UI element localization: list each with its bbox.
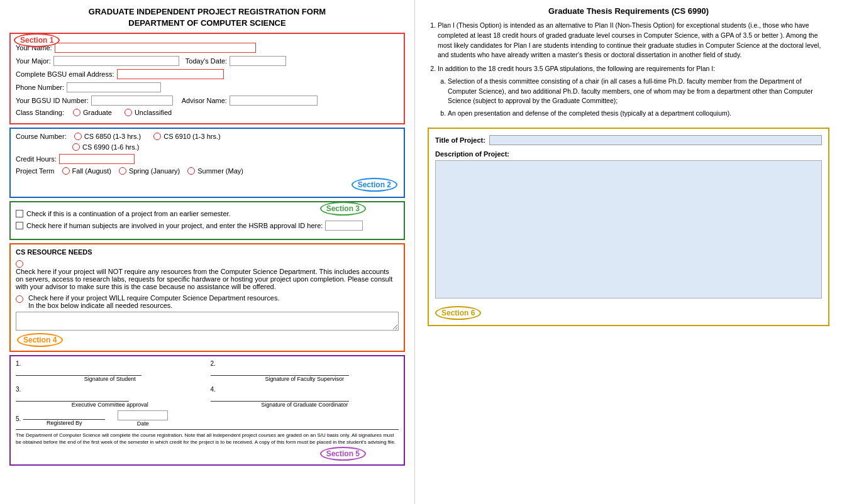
advisor-input[interactable] <box>230 96 318 106</box>
project-term-row: Project Term Fall (August) Spring (Janua… <box>16 167 399 175</box>
title-line1: GRADUATE INDEPENDENT PROJECT REGISTRATIO… <box>9 6 405 18</box>
req-item2a: Selection of a thesis committee consisti… <box>448 77 829 106</box>
sig2-cell: 2. Signature of Faculty Supervisor <box>211 360 399 382</box>
todays-date-label: Today's Date: <box>186 57 227 65</box>
credit-hours-input[interactable] <box>59 154 135 164</box>
section1-box: Section 1 Your Name: Your Major: Today's… <box>9 33 405 124</box>
resources-yes-row: Check here if your project WILL require … <box>16 294 399 309</box>
fall-radio[interactable] <box>62 167 70 175</box>
yes-resources-radio[interactable] <box>16 295 23 303</box>
req-item2: In addition to the 18 credit hours 3.5 G… <box>438 64 829 119</box>
check2-label: Check here if human subjects are involve… <box>26 222 323 229</box>
sig3-number: 3. <box>16 386 204 393</box>
requirements-list: Plan I (Thesis Option) is intended as an… <box>428 21 829 119</box>
summer-label: Summer (May) <box>197 167 243 175</box>
title-line2: DEPARTMENT OF COMPUTER SCIENCE <box>9 18 405 29</box>
phone-row: Phone Number: <box>16 82 399 92</box>
sig3-label: Executive Committee approval <box>16 402 204 408</box>
class-standing-row: Class Standing: Graduate Unclassified <box>16 109 399 116</box>
section4-label: Section 4 <box>17 333 63 347</box>
summer-radio[interactable] <box>187 167 195 175</box>
hsrb-input[interactable] <box>325 221 363 231</box>
section5-label: Section 5 <box>320 447 366 461</box>
no-resources-radio[interactable] <box>16 260 23 268</box>
phone-input[interactable] <box>67 82 161 92</box>
email-input[interactable] <box>117 69 224 79</box>
sig4-line <box>211 393 349 402</box>
graduate-radio[interactable] <box>73 109 80 116</box>
email-label: Complete BGSU email Address: <box>16 70 114 78</box>
req-sub-list: Selection of a thesis committee consisti… <box>438 77 829 119</box>
section2-label: Section 2 <box>352 178 397 192</box>
unclassified-radio[interactable] <box>125 109 132 116</box>
section2-box: Course Number: CS 6850 (1-3 hrs.) CS 691… <box>9 128 405 198</box>
signatures-grid: 1. Signature of Student 2. Signature of … <box>16 360 399 408</box>
right-panel: Graduate Thesis Requirements (CS 6990) P… <box>415 0 842 504</box>
spring-radio[interactable] <box>119 167 126 175</box>
course-number-label: Course Number: <box>16 133 67 140</box>
form-title: GRADUATE INDEPENDENT PROJECT REGISTRATIO… <box>9 6 405 29</box>
resources-no-row: Check here if your project will NOT requ… <box>16 259 399 290</box>
your-name-row: Your Name: <box>16 43 399 53</box>
cs6910-label: CS 6910 (1-3 hrs.) <box>163 133 220 140</box>
check1-label: Check if this is a continuation of a pro… <box>26 210 231 217</box>
graduate-label: Graduate <box>83 109 112 116</box>
your-major-label: Your Major: <box>16 57 51 65</box>
sig3-line <box>16 393 129 402</box>
cs6850-label: CS 6850 (1-3 hrs.) <box>84 133 141 140</box>
cs6990-row: CS 6990 (1-6 hrs.) <box>72 143 399 151</box>
check1-checkbox[interactable] <box>16 210 23 217</box>
sig2-line <box>211 368 349 376</box>
project-term-label: Project Term <box>16 167 55 175</box>
sig4-number: 4. <box>211 386 399 393</box>
cs6990-radio[interactable] <box>72 143 80 151</box>
todays-date-input[interactable] <box>230 56 286 66</box>
your-major-input[interactable] <box>53 56 179 66</box>
date-input[interactable] <box>118 410 168 420</box>
class-standing-label: Class Standing: <box>16 109 64 116</box>
check2-checkbox[interactable] <box>16 222 23 229</box>
section6-box: Title of Project: Description of Project… <box>428 128 829 326</box>
req-item2b: An open presentation and defense of the … <box>448 109 829 119</box>
id-advisor-row: Your BGSU ID Number: Advisor Name: <box>16 96 399 106</box>
sig4-cell: 4. Signature of Graduate Coordinator <box>211 386 399 408</box>
course-number-row: Course Number: CS 6850 (1-3 hrs.) CS 691… <box>16 133 399 140</box>
your-name-input[interactable] <box>55 43 256 53</box>
bgsu-id-input[interactable] <box>91 96 173 106</box>
section5-box: 1. Signature of Student 2. Signature of … <box>9 355 405 466</box>
no-resources-label: Check here if your project will NOT requ… <box>16 268 399 290</box>
section4-box: CS RESOURCE NEEDS Check here if your pro… <box>9 243 405 352</box>
disclaimer-text: The Department of Computer Science will … <box>16 432 399 446</box>
credit-hours-label: Credit Hours: <box>16 155 57 163</box>
check2-row: Check here if human subjects are involve… <box>16 221 399 231</box>
right-title: Graduate Thesis Requirements (CS 6990) <box>428 6 829 16</box>
email-row: Complete BGSU email Address: <box>16 69 399 79</box>
sig1-cell: 1. Signature of Student <box>16 360 204 382</box>
spring-label: Spring (January) <box>129 167 180 175</box>
description-row: Description of Project: <box>435 150 822 300</box>
section3-box: Section 3 Check if this is a continuatio… <box>9 201 405 240</box>
bgsu-id-label: Your BGSU ID Number: <box>16 97 89 104</box>
unclassified-label: Unclassified <box>135 109 172 116</box>
description-textarea[interactable] <box>435 160 822 299</box>
left-panel: GRADUATE INDEPENDENT PROJECT REGISTRATIO… <box>0 0 415 504</box>
sig1-number: 1. <box>16 360 204 367</box>
sig2-number: 2. <box>211 360 399 367</box>
req-item1: Plan I (Thesis Option) is intended as an… <box>438 21 829 60</box>
sig5-label: Registered By <box>23 420 105 426</box>
title-of-project-input[interactable] <box>489 135 822 145</box>
sig4-label: Signature of Graduate Coordinator <box>211 402 399 408</box>
sig2-label: Signature of Faculty Supervisor <box>211 376 399 382</box>
phone-label: Phone Number: <box>16 84 64 91</box>
sig5-number: 5. <box>16 415 21 422</box>
resources-textarea[interactable] <box>16 312 399 331</box>
title-of-project-row: Title of Project: <box>435 135 822 145</box>
advisor-label: Advisor Name: <box>182 97 227 104</box>
date-label: Date <box>118 420 168 427</box>
cs6910-radio[interactable] <box>153 133 161 140</box>
cs6850-radio[interactable] <box>74 133 82 140</box>
sig5-row: 5. Registered By Date <box>16 410 399 427</box>
major-date-row: Your Major: Today's Date: <box>16 56 399 66</box>
section6-label: Section 6 <box>435 306 481 320</box>
sig1-line <box>16 368 141 376</box>
